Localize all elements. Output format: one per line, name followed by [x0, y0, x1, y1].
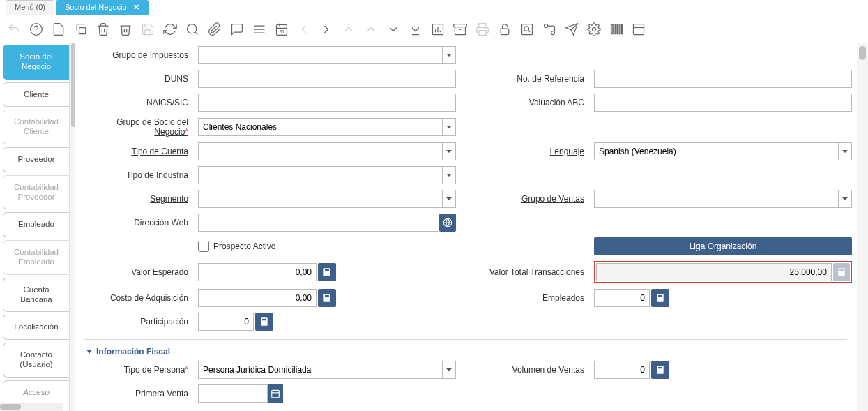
empleados-calc-button[interactable] [651, 289, 669, 307]
tipo-industria-dropdown[interactable] [443, 166, 456, 184]
up-icon[interactable] [364, 22, 378, 36]
close-icon[interactable]: ✕ [133, 3, 139, 11]
chat-icon[interactable] [230, 22, 244, 36]
sidebar-item-contab-cliente[interactable]: Contabilidad Cliente [3, 110, 69, 144]
valuacion-abc-input[interactable] [594, 94, 852, 112]
label-grupo-ventas: Grupo de Ventas [466, 194, 584, 204]
report-icon[interactable] [431, 22, 445, 36]
help-icon[interactable] [29, 22, 43, 36]
archive-icon[interactable] [453, 22, 467, 36]
tipo-cuenta-dropdown[interactable] [443, 142, 456, 160]
side-scrollbar[interactable] [0, 403, 63, 411]
grupo-ventas-input[interactable] [594, 190, 839, 208]
grid-icon[interactable] [252, 22, 266, 36]
grupo-socio-dropdown[interactable] [443, 118, 456, 136]
volumen-ventas-calc-button[interactable] [651, 361, 669, 379]
valor-esperado-input[interactable] [198, 263, 317, 281]
search-icon[interactable] [185, 22, 199, 36]
delete-icon[interactable] [96, 22, 110, 36]
sidebar-item-contacto[interactable]: Contacto (Usuario) [3, 343, 69, 378]
svg-rect-17 [622, 24, 623, 33]
new-icon[interactable] [52, 22, 66, 36]
grupo-impuestos-dropdown[interactable] [443, 46, 456, 64]
liga-organizacion-button[interactable]: Liga Organización [594, 237, 852, 255]
primera-venta-input[interactable] [198, 384, 268, 403]
tipo-persona-input[interactable] [198, 361, 443, 379]
label-valor-total: Valor Total Transacciones [466, 267, 584, 277]
undo-icon[interactable] [7, 22, 21, 36]
sidebar-item-contab-prov[interactable]: Contabilidad Proveedor [3, 175, 69, 210]
content-scrollbar[interactable] [857, 43, 868, 411]
tipo-cuenta-input[interactable] [198, 142, 443, 160]
lenguaje-dropdown[interactable] [839, 142, 852, 160]
lenguaje-input[interactable] [594, 142, 839, 160]
label-no-referencia: No. de Referencia [466, 74, 584, 84]
direccion-web-go-button[interactable] [439, 214, 456, 232]
no-referencia-input[interactable] [594, 70, 852, 88]
sidebar-item-acceso[interactable]: Acceso [3, 380, 69, 405]
gear-icon[interactable] [587, 22, 601, 36]
attachment-icon[interactable] [208, 22, 222, 36]
grupo-ventas-dropdown[interactable] [839, 190, 852, 208]
refresh-icon[interactable] [163, 22, 177, 36]
zoom-icon[interactable] [520, 22, 534, 36]
segmento-input[interactable] [198, 190, 443, 208]
participacion-calc-button[interactable] [255, 313, 273, 331]
save-icon[interactable] [141, 22, 155, 36]
primera-venta-date-button[interactable] [268, 384, 283, 403]
svg-rect-18 [634, 24, 644, 34]
barcode-icon[interactable] [609, 22, 623, 36]
duns-input[interactable] [198, 70, 456, 88]
last-icon[interactable] [409, 22, 422, 36]
valor-esperado-calc-button[interactable] [318, 263, 336, 281]
down-icon[interactable] [386, 22, 400, 36]
next-icon[interactable] [319, 22, 333, 36]
sidebar-item-cliente[interactable]: Cliente [3, 82, 69, 107]
volumen-ventas-input[interactable] [594, 361, 650, 379]
prev-icon[interactable] [297, 22, 311, 36]
svg-rect-15 [618, 24, 618, 33]
splitter-scrollbar[interactable] [70, 43, 75, 411]
naics-input[interactable] [198, 94, 456, 112]
section-info-fiscal[interactable]: Información Fiscal [84, 339, 847, 361]
grupo-impuestos-input[interactable] [198, 46, 443, 64]
delete-multi-icon[interactable] [119, 22, 132, 36]
svg-rect-22 [838, 268, 844, 276]
calendar-icon[interactable]: 31 [275, 22, 289, 36]
costo-adq-input[interactable] [198, 289, 317, 307]
sidebar-item-proveedor[interactable]: Proveedor [3, 147, 69, 172]
grupo-socio-input[interactable] [198, 118, 443, 136]
sidebar-item-cuenta[interactable]: Cuenta Bancaria [3, 278, 69, 313]
costo-adq-calc-button[interactable] [318, 289, 336, 307]
label-grupo-impuestos: Grupo de Impuestos [84, 50, 188, 60]
first-icon[interactable] [342, 22, 356, 36]
participacion-input[interactable] [198, 313, 254, 331]
valor-total-highlight [594, 261, 852, 283]
sidebar-item-empleado[interactable]: Empleado [3, 212, 69, 237]
svg-point-2 [188, 24, 197, 33]
segmento-dropdown[interactable] [443, 190, 456, 208]
tipo-industria-input[interactable] [198, 166, 443, 184]
sidebar-item-localizacion[interactable]: Localización [3, 315, 69, 340]
tab-socio-negocio[interactable]: Socio del Negocio ✕ [56, 0, 149, 15]
valor-total-input[interactable] [596, 263, 832, 281]
side-scrollbar-thumb[interactable] [0, 404, 21, 410]
tipo-persona-dropdown[interactable] [443, 361, 456, 379]
content-scrollbar-thumb[interactable] [859, 46, 866, 60]
prospecto-checkbox[interactable] [198, 241, 209, 252]
copy-icon[interactable] [74, 22, 88, 36]
workflow-icon[interactable] [542, 22, 556, 36]
label-empleados: Empleados [466, 293, 584, 303]
collapse-icon [86, 350, 92, 354]
sidebar-item-socio[interactable]: Socio del Negocio [3, 45, 69, 80]
direccion-web-input[interactable] [198, 214, 439, 232]
window-icon[interactable] [632, 22, 646, 36]
lock-icon[interactable] [498, 22, 512, 36]
tab-menu[interactable]: Menú (0) [6, 0, 54, 15]
empleados-input[interactable] [594, 289, 650, 307]
send-icon[interactable] [565, 22, 579, 36]
toolbar: 31 [0, 15, 868, 43]
valor-total-calc-button[interactable] [833, 263, 850, 281]
print-icon[interactable] [475, 22, 489, 36]
sidebar-item-contab-emp[interactable]: Contabilidad Empleado [3, 240, 69, 275]
